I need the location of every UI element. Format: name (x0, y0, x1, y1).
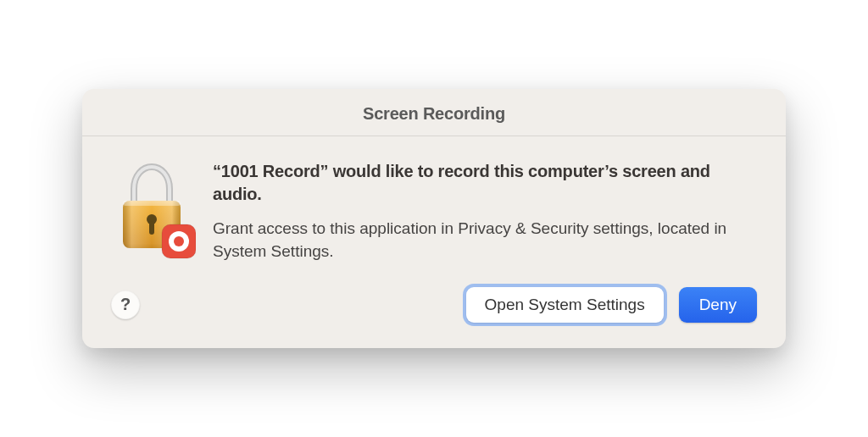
deny-button[interactable]: Deny (679, 287, 757, 323)
dialog-titlebar: Screen Recording (82, 89, 786, 136)
svg-rect-2 (123, 201, 181, 206)
text-column: “1001 Record” would like to record this … (213, 160, 757, 263)
permission-dialog: Screen Recording (82, 89, 786, 348)
help-icon: ? (120, 295, 131, 314)
open-system-settings-button[interactable]: Open System Settings (466, 287, 664, 323)
dialog-content: “1001 Record” would like to record this … (82, 136, 786, 263)
lock-privacy-icon (114, 160, 189, 253)
svg-rect-4 (149, 221, 154, 235)
dialog-title: Screen Recording (82, 104, 786, 124)
svg-point-8 (174, 236, 184, 246)
help-button[interactable]: ? (111, 290, 140, 319)
button-row: ? Open System Settings Deny (82, 263, 786, 348)
dialog-body: Grant access to this application in Priv… (213, 218, 757, 263)
icon-column (111, 160, 192, 263)
dialog-heading: “1001 Record” would like to record this … (213, 160, 757, 206)
